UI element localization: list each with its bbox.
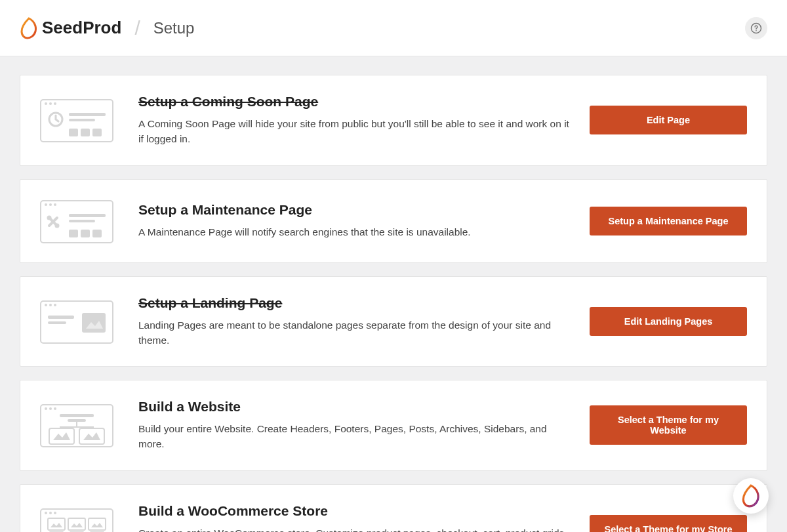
- card-action: Edit Page: [590, 106, 747, 134]
- maintenance-thumb-icon: [40, 198, 119, 244]
- setup-card-woocommerce: Build a WooCommerce Store Create an enti…: [20, 484, 767, 533]
- svg-rect-39: [79, 428, 104, 444]
- setup-card-maintenance: Setup a Maintenance Page A Maintenance P…: [20, 179, 767, 263]
- card-body: Setup a Coming Soon Page A Coming Soon P…: [138, 94, 570, 147]
- svg-point-4: [49, 102, 52, 105]
- card-action: Setup a Maintenance Page: [590, 207, 747, 235]
- svg-rect-19: [69, 220, 95, 222]
- svg-point-5: [54, 102, 56, 105]
- setup-cards-list: Setup a Coming Soon Page A Coming Soon P…: [0, 56, 787, 532]
- edit-page-button[interactable]: Edit Page: [590, 106, 747, 134]
- svg-point-17: [55, 223, 60, 228]
- card-description: Landing Pages are meant to be standalone…: [138, 317, 570, 348]
- svg-rect-38: [49, 428, 74, 444]
- svg-rect-28: [48, 321, 66, 324]
- svg-rect-11: [92, 129, 102, 136]
- floating-help-badge[interactable]: [733, 478, 769, 514]
- card-title: Build a WooCommerce Store: [138, 503, 570, 519]
- help-icon: [750, 22, 762, 34]
- svg-rect-29: [82, 313, 106, 333]
- svg-point-33: [54, 407, 56, 410]
- svg-point-1: [756, 30, 757, 31]
- card-description: Build your entire Website. Create Header…: [138, 421, 570, 452]
- svg-rect-8: [69, 119, 95, 121]
- card-body: Setup a Landing Page Landing Pages are m…: [138, 295, 570, 348]
- coming-soon-thumb-icon: [40, 97, 119, 143]
- svg-point-42: [49, 512, 52, 514]
- card-description: A Coming Soon Page will hide your site f…: [138, 116, 570, 147]
- card-action: Select a Theme for my Store: [590, 515, 747, 532]
- seedprod-logo-icon: [20, 17, 38, 39]
- svg-rect-21: [81, 230, 90, 237]
- brand-logo: SeedProd: [20, 17, 121, 39]
- svg-rect-22: [92, 230, 102, 237]
- svg-point-41: [45, 512, 47, 514]
- brand-name: SeedProd: [42, 18, 121, 38]
- svg-point-3: [45, 102, 47, 105]
- seedprod-badge-icon: [741, 484, 761, 508]
- setup-card-landing-page: Setup a Landing Page Landing Pages are m…: [20, 276, 767, 367]
- header-divider: /: [134, 17, 140, 39]
- svg-rect-44: [48, 518, 65, 530]
- landing-page-thumb-icon: [40, 298, 119, 344]
- svg-point-25: [49, 304, 52, 306]
- svg-rect-10: [81, 129, 90, 136]
- select-store-theme-button[interactable]: Select a Theme for my Store: [590, 515, 747, 532]
- edit-landing-pages-button[interactable]: Edit Landing Pages: [590, 307, 747, 336]
- setup-card-website: Build a Website Build your entire Websit…: [20, 380, 767, 471]
- card-action: Edit Landing Pages: [590, 307, 747, 336]
- svg-point-32: [49, 407, 52, 410]
- page-title: Setup: [153, 19, 195, 37]
- svg-rect-27: [48, 316, 74, 319]
- website-thumb-icon: [40, 402, 119, 448]
- card-title: Build a Website: [138, 399, 570, 415]
- svg-point-15: [54, 203, 56, 206]
- svg-rect-18: [69, 214, 106, 217]
- setup-maintenance-button[interactable]: Setup a Maintenance Page: [590, 207, 747, 235]
- svg-point-13: [45, 203, 47, 206]
- svg-point-14: [49, 203, 52, 206]
- card-description: A Maintenance Page will notify search en…: [138, 224, 570, 239]
- woocommerce-thumb-icon: [40, 506, 119, 532]
- card-title: Setup a Maintenance Page: [138, 202, 570, 218]
- help-button[interactable]: [745, 17, 767, 39]
- card-body: Setup a Maintenance Page A Maintenance P…: [138, 202, 570, 239]
- svg-point-43: [54, 512, 56, 514]
- card-body: Build a WooCommerce Store Create an enti…: [138, 503, 570, 533]
- svg-point-31: [45, 407, 47, 410]
- card-title: Setup a Landing Page: [138, 295, 570, 311]
- svg-point-26: [54, 304, 56, 306]
- svg-rect-48: [89, 518, 106, 530]
- svg-rect-9: [69, 129, 78, 136]
- svg-point-16: [47, 215, 52, 220]
- setup-card-coming-soon: Setup a Coming Soon Page A Coming Soon P…: [20, 75, 767, 166]
- card-body: Build a Website Build your entire Websit…: [138, 399, 570, 452]
- svg-rect-34: [60, 414, 94, 417]
- svg-rect-7: [69, 113, 106, 116]
- svg-rect-46: [68, 518, 85, 530]
- select-website-theme-button[interactable]: Select a Theme for my Website: [590, 405, 747, 445]
- svg-rect-35: [68, 419, 86, 422]
- svg-rect-20: [69, 230, 78, 237]
- header: SeedProd / Setup: [0, 0, 787, 56]
- card-description: Create an entire WooCommerce store. Cust…: [138, 525, 570, 533]
- svg-point-24: [45, 304, 47, 306]
- card-action: Select a Theme for my Website: [590, 405, 747, 445]
- card-title: Setup a Coming Soon Page: [138, 94, 570, 110]
